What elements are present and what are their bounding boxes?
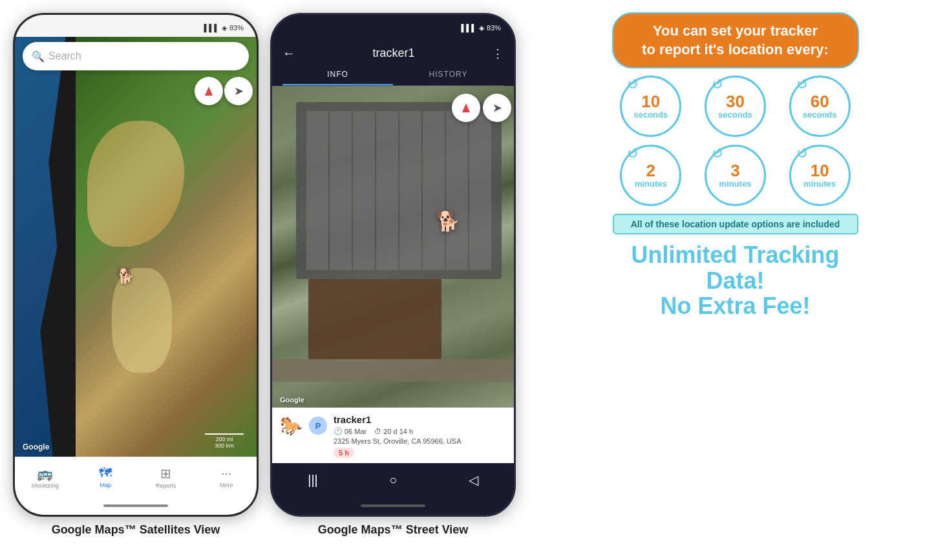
parking-lot: [296, 102, 502, 279]
satellite-map: 🐕: [15, 37, 257, 457]
clock-icon: 🕐: [334, 427, 343, 435]
phone2-caption: Google Maps™ Street View: [318, 523, 469, 537]
tracker-home-bar: [361, 504, 425, 507]
interval-item-5: ↺ 10 minutes: [781, 145, 858, 206]
phone2-status-icons: ▌▌▌ ◈ 83%: [462, 24, 501, 32]
map-label: Map: [100, 482, 111, 488]
interval-item-1: ↺ 30 seconds: [697, 76, 774, 137]
unlimited-section: Unlimited Tracking Data! No Extra Fee!: [613, 242, 858, 319]
home-gesture-icon: ○: [389, 473, 397, 488]
intervals-grid: ↺ 10 seconds ↺ 30 seconds ↺ 60 seconds ↺…: [613, 76, 858, 206]
unlimited-line2: No Extra Fee!: [613, 293, 858, 319]
num-5: 10: [811, 162, 829, 179]
street: [272, 359, 514, 382]
reports-label: Reports: [156, 482, 176, 489]
location-button2[interactable]: ➤: [483, 94, 511, 122]
tracker-tabs: INFO HISTORY: [282, 65, 504, 86]
arrow-2: ↺: [796, 76, 808, 93]
unit-2: seconds: [803, 110, 837, 120]
tracker-info-row: 🐎 P tracker1 🕐 06 Mar ⏱ 20 d 14 h: [280, 414, 506, 458]
unit-5: minutes: [803, 179, 836, 189]
right-panel: You can set your tracker to report it's …: [543, 0, 934, 332]
tracker-title: tracker1: [372, 47, 414, 60]
wifi2-icon: ◈: [479, 24, 484, 32]
circle-60sec: ↺ 60 seconds: [789, 76, 851, 137]
num-0: 10: [641, 93, 660, 110]
interval-item-3: ↺ 2 minutes: [613, 145, 690, 206]
tracker-address: 2325 Myers St, Oroville, CA 95966, USA: [334, 437, 506, 445]
phone1-caption: Google Maps™ Satellites View: [52, 523, 220, 537]
compass-button[interactable]: [195, 77, 223, 105]
back-gesture-icon: |||: [308, 473, 318, 488]
search-placeholder-text: Search: [48, 50, 81, 62]
circle-3min: ↺ 3 minutes: [705, 145, 766, 206]
arrow-0: ↺: [627, 76, 639, 93]
arrow-5: ↺: [796, 145, 808, 162]
phone2-notch: [354, 15, 432, 32]
tracker-header: ← tracker1 ⋮ INFO HISTORY: [272, 37, 514, 86]
recents-gesture-icon: ◁: [469, 472, 478, 488]
nav-more[interactable]: ··· More: [196, 466, 257, 488]
interval-item-4: ↺ 3 minutes: [697, 145, 774, 206]
search-bar[interactable]: 🔍 Search: [23, 42, 249, 70]
back-button[interactable]: ←: [282, 46, 295, 61]
duration-text: 20 d 14 h: [383, 428, 413, 435]
unit-0: seconds: [633, 110, 668, 120]
more-icon: ···: [221, 466, 232, 481]
monitoring-label: Monitoring: [32, 482, 59, 489]
interval-item-2: ↺ 60 seconds: [781, 76, 858, 137]
arrow-3: ↺: [627, 145, 639, 162]
tab-info[interactable]: INFO: [282, 65, 393, 85]
more-label: More: [220, 482, 233, 488]
arrow-4: ↺: [712, 145, 723, 162]
phone1-map-area: 🐕 🔍 Search ➤ Google: [15, 37, 257, 497]
compass-needle: [205, 87, 213, 96]
dog-marker: 🐕: [435, 208, 461, 234]
nav-reports[interactable]: ⊞ Reports: [136, 466, 196, 489]
location-button[interactable]: ➤: [224, 77, 253, 105]
date-text: 06 Mar: [345, 428, 366, 435]
nav-map[interactable]: 🗺 Map: [76, 466, 136, 488]
promo-banner: You can set your tracker to report it's …: [613, 13, 858, 68]
circle-30sec: ↺ 30 seconds: [705, 76, 766, 137]
phone1-status-icons: ▌▌▌ ◈ 83%: [204, 24, 244, 32]
num-2: 60: [811, 93, 829, 110]
google-wm2: Google: [280, 396, 304, 404]
compass-button2[interactable]: [452, 94, 480, 122]
wifi-icon: ◈: [222, 24, 227, 32]
time-ago-badge: 5 h: [334, 448, 354, 458]
promo-text-line2: to report it's location every:: [631, 41, 840, 59]
phone1-wrapper: ▌▌▌ ◈ 83% 🐕 🔍: [13, 13, 259, 537]
num-3: 2: [646, 162, 655, 179]
phone1-frame: ▌▌▌ ◈ 83% 🐕 🔍: [13, 13, 259, 517]
battery-icon: 83%: [229, 24, 244, 32]
monitoring-icon: 🚌: [37, 466, 53, 481]
num-1: 30: [726, 93, 745, 110]
signal2-icon: ▌▌▌: [462, 24, 476, 32]
date-item: 🕐 06 Mar: [334, 427, 366, 435]
unit-4: minutes: [719, 179, 752, 189]
tracker-bottom-nav: ||| ○ ◁: [272, 463, 514, 497]
unlimited-line1: Unlimited Tracking Data!: [613, 242, 858, 293]
home-bar: [103, 504, 168, 507]
included-banner: All of these location update options are…: [613, 214, 858, 234]
phone1-notch: [97, 15, 175, 32]
tab-history[interactable]: HISTORY: [393, 65, 504, 85]
tracker-details: tracker1 🕐 06 Mar ⏱ 20 d 14 h 2325 My: [334, 414, 506, 458]
phone1-home-indicator: [15, 497, 257, 515]
scale-200mi: 200 mi: [205, 436, 244, 442]
map-icon: 🗺: [99, 466, 112, 481]
scale-bar: 200 mi 300 km: [205, 433, 244, 449]
num-4: 3: [730, 162, 739, 179]
more-button[interactable]: ⋮: [492, 47, 504, 61]
tracker-home-indicator: [272, 497, 514, 515]
battery2-icon: 83%: [487, 24, 501, 32]
unit-3: minutes: [635, 179, 667, 189]
google-watermark: Google: [23, 442, 49, 451]
nav-monitoring[interactable]: 🚌 Monitoring: [15, 466, 76, 489]
circle-2min: ↺ 2 minutes: [620, 145, 681, 206]
promo-text-line1: You can set your tracker: [631, 22, 840, 41]
phone2-frame: ▌▌▌ ◈ 83% ← tracker1 ⋮ INFO HISTORY: [270, 13, 516, 517]
parking-badge: P: [309, 417, 327, 435]
location-icon: ➤: [234, 84, 244, 98]
